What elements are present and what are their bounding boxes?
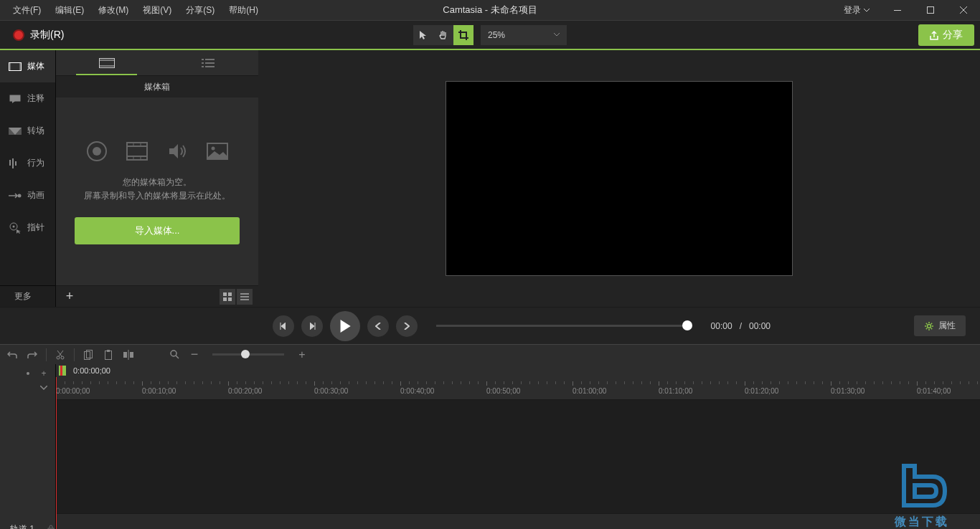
playback-handle[interactable] bbox=[682, 320, 692, 330]
prev-frame-button[interactable] bbox=[273, 315, 294, 337]
cursor-icon bbox=[9, 223, 22, 233]
playback-bar: 00:00 / 00:00 属性 bbox=[0, 307, 980, 344]
redo-button[interactable] bbox=[24, 347, 40, 363]
svg-point-34 bbox=[928, 324, 931, 328]
svg-rect-27 bbox=[223, 292, 227, 296]
menu-help[interactable]: 帮助(H) bbox=[222, 1, 265, 19]
svg-rect-8 bbox=[12, 158, 14, 168]
playback-slider[interactable] bbox=[436, 325, 692, 327]
timeline-zoom-slider[interactable] bbox=[212, 353, 284, 356]
tool-sidebar: 媒体 注释 转场 行为 动画 指针 更多 bbox=[0, 50, 56, 307]
track-label[interactable]: 轨道 1 bbox=[0, 513, 55, 529]
svg-rect-13 bbox=[99, 58, 114, 67]
svg-line-45 bbox=[176, 356, 179, 358]
minimize-button[interactable] bbox=[881, 0, 914, 20]
crop-tool[interactable] bbox=[453, 25, 473, 45]
svg-point-36 bbox=[61, 356, 64, 359]
select-tool[interactable] bbox=[413, 25, 433, 45]
step-forward-button[interactable] bbox=[396, 315, 418, 337]
sidebar-item-transitions[interactable]: 转场 bbox=[0, 115, 55, 147]
step-back-button[interactable] bbox=[367, 315, 389, 337]
playhead-indicator bbox=[60, 366, 62, 376]
add-track-button[interactable]: + bbox=[37, 367, 51, 380]
menu-edit[interactable]: 编辑(E) bbox=[48, 1, 91, 19]
menu-view[interactable]: 视图(V) bbox=[136, 1, 179, 19]
time-sep: / bbox=[740, 321, 742, 331]
sidebar-item-annotations[interactable]: 注释 bbox=[0, 82, 55, 115]
sidebar-item-behaviors[interactable]: 行为 bbox=[0, 147, 55, 179]
ruler-tick: 0:00:20;00 bbox=[228, 387, 262, 395]
sidebar-item-cursor[interactable]: 指针 bbox=[0, 211, 55, 244]
split-button[interactable] bbox=[121, 347, 136, 363]
ruler-tick: 0:01:10;00 bbox=[659, 387, 692, 395]
import-media-button[interactable]: 导入媒体... bbox=[75, 217, 240, 244]
record-icon bbox=[13, 29, 24, 41]
panel-tab-media[interactable] bbox=[56, 50, 157, 75]
copy-button[interactable] bbox=[80, 347, 96, 363]
sidebar-more[interactable]: 更多 bbox=[0, 285, 55, 307]
svg-rect-9 bbox=[15, 161, 17, 166]
video-media-icon bbox=[124, 138, 150, 164]
svg-point-35 bbox=[57, 356, 60, 359]
play-button[interactable] bbox=[330, 311, 360, 341]
sidebar-item-media[interactable]: 媒体 bbox=[0, 50, 55, 82]
list-view-button[interactable] bbox=[237, 289, 253, 305]
svg-rect-5 bbox=[10, 95, 21, 101]
timeline-toolbar: − + bbox=[0, 344, 980, 364]
close-button[interactable] bbox=[947, 0, 980, 20]
playhead-line[interactable] bbox=[56, 377, 57, 529]
svg-rect-18 bbox=[127, 143, 147, 160]
properties-button[interactable]: 属性 bbox=[914, 315, 966, 336]
zoom-in-button[interactable]: + bbox=[294, 347, 310, 363]
preview-canvas[interactable] bbox=[446, 81, 793, 276]
svg-rect-2 bbox=[9, 62, 22, 70]
add-media-button[interactable]: + bbox=[62, 289, 77, 305]
svg-rect-0 bbox=[894, 10, 901, 11]
chevron-down-icon bbox=[554, 33, 560, 37]
menu-modify[interactable]: 修改(M) bbox=[91, 1, 136, 19]
panel-tab-library[interactable] bbox=[157, 50, 258, 75]
ruler-tick: 0:01:20;00 bbox=[745, 387, 778, 395]
menu-share[interactable]: 分享(S) bbox=[179, 1, 222, 19]
time-total: 00:00 bbox=[749, 321, 771, 331]
media-panel: 媒体箱 您的媒体箱为空。 屏幕录制和导入的媒体将显示在此处。 导入媒体... + bbox=[56, 50, 258, 307]
svg-rect-3 bbox=[9, 62, 11, 71]
login-button[interactable]: 登录 bbox=[838, 1, 875, 19]
grid-view-button[interactable] bbox=[220, 289, 235, 305]
sidebar-label: 行为 bbox=[27, 157, 44, 169]
track-settings-button[interactable] bbox=[21, 367, 35, 380]
track-row[interactable] bbox=[56, 513, 980, 529]
svg-rect-6 bbox=[9, 128, 22, 135]
timeline: + 轨道 1 0:00:00;00 0:00:00;000:00:10;000:… bbox=[0, 364, 980, 529]
cut-button[interactable] bbox=[52, 347, 68, 363]
sidebar-item-animations[interactable]: 动画 bbox=[0, 179, 55, 211]
window-title: Camtasia - 未命名项目 bbox=[443, 4, 537, 16]
paste-button[interactable] bbox=[100, 347, 116, 363]
audio-media-icon bbox=[164, 138, 190, 164]
share-icon bbox=[930, 30, 938, 40]
pan-tool[interactable] bbox=[433, 25, 453, 45]
image-media-icon bbox=[204, 138, 230, 164]
menu-file[interactable]: 文件(F) bbox=[6, 1, 48, 19]
zoom-select[interactable]: 25% bbox=[481, 25, 567, 45]
timeline-tracks-area[interactable] bbox=[56, 400, 980, 529]
ruler-tick: 0:01:40;00 bbox=[917, 387, 951, 395]
timeline-ruler[interactable]: 0:00:00;000:00:10;000:00:20;000:00:30;00… bbox=[56, 377, 980, 400]
maximize-button[interactable] bbox=[914, 0, 947, 20]
svg-rect-42 bbox=[130, 352, 133, 358]
filmstrip-icon bbox=[99, 58, 115, 68]
svg-rect-38 bbox=[87, 350, 93, 358]
login-label: 登录 bbox=[844, 4, 861, 16]
collapse-tracks-button[interactable] bbox=[37, 381, 51, 394]
list-icon bbox=[202, 59, 215, 67]
zoom-search-button[interactable] bbox=[166, 347, 182, 363]
undo-button[interactable] bbox=[4, 347, 20, 363]
next-frame-button[interactable] bbox=[301, 315, 323, 337]
svg-point-12 bbox=[13, 225, 15, 227]
zoom-out-button[interactable]: − bbox=[187, 347, 202, 363]
svg-rect-29 bbox=[223, 297, 227, 301]
zoom-handle[interactable] bbox=[241, 350, 250, 358]
share-button[interactable]: 分享 bbox=[918, 24, 974, 46]
playhead-row[interactable]: 0:00:00;00 bbox=[56, 364, 980, 377]
record-button[interactable]: 录制(R) bbox=[6, 24, 71, 46]
